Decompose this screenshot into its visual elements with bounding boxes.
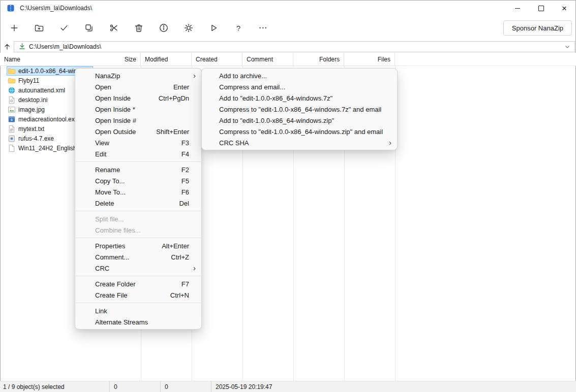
run-button[interactable] — [203, 19, 224, 37]
column-header-size[interactable]: Size — [104, 53, 141, 66]
menu-item-create-file[interactable]: Create FileCtrl+N — [75, 289, 201, 301]
menu-item-edit[interactable]: EditF4 — [75, 148, 201, 159]
menu-item-open-outside[interactable]: Open OutsideShift+Enter — [75, 126, 201, 137]
menu-separator — [76, 161, 201, 162]
info-button[interactable] — [154, 19, 174, 37]
menu-item-alternate-streams[interactable]: Alternate Streams — [75, 316, 201, 328]
column-header-files[interactable]: Files — [344, 53, 395, 66]
menu-item-delete[interactable]: DeleteDel — [75, 198, 201, 209]
menu-item-label: Add to "edit-1.0.0-x86_64-windows.7z" — [219, 94, 332, 102]
menu-item-open-inside[interactable]: Open Inside # — [75, 115, 201, 126]
file-name: image.jpg — [18, 106, 45, 113]
menu-shortcut: Shift+Enter — [156, 128, 189, 136]
menu-item-label: Comment... — [95, 253, 129, 261]
cut-button[interactable] — [104, 19, 124, 37]
menu-item-copy-to[interactable]: Copy To...F5 — [75, 175, 201, 186]
menu-item-open-inside[interactable]: Open InsideCtrl+PgDn — [75, 92, 201, 104]
menu-item-label: Rename — [95, 166, 120, 174]
add-button[interactable] — [4, 19, 24, 37]
file-name: rufus-4.7.exe — [18, 135, 54, 142]
menu-item-crc-sha[interactable]: CRC SHA› — [202, 137, 397, 148]
menu-item-label: Open — [95, 83, 111, 91]
column-header-modified[interactable]: Modified — [141, 53, 192, 66]
info-icon — [159, 23, 169, 33]
more-button[interactable]: ··· — [253, 19, 274, 37]
menu-item-combine-files: Combine files... — [75, 224, 201, 236]
menu-shortcut: Enter — [173, 83, 189, 91]
menu-item-add-to-edit-1-0-0-x86-64-windows-7z[interactable]: Add to "edit-1.0.0-x86_64-windows.7z" — [202, 92, 397, 104]
column-header-folders[interactable]: Folders — [293, 53, 344, 66]
menu-item-label: Open Outside — [95, 128, 136, 136]
menu-separator — [76, 276, 201, 276]
doc-file-icon — [8, 144, 16, 152]
menu-item-label: View — [95, 139, 109, 147]
xml-file-icon — [8, 86, 16, 94]
test-button[interactable] — [54, 19, 74, 37]
menu-shortcut: F2 — [181, 166, 189, 174]
menu-item-compress-to-edit-1-0-0-x86-64-windows-7z-and-email[interactable]: Compress to "edit-1.0.0-x86_64-windows.7… — [202, 104, 397, 115]
copy-icon — [84, 23, 94, 33]
menu-shortcut: F5 — [181, 177, 189, 185]
menu-item-label: Open Inside # — [95, 117, 136, 124]
app-icon — [7, 4, 15, 12]
minimize-icon — [515, 8, 520, 9]
menu-item-view[interactable]: ViewF3 — [75, 137, 201, 148]
help-button[interactable]: ? — [228, 19, 249, 37]
menu-item-label: Compress and email... — [219, 83, 285, 91]
menu-item-label: Open Inside * — [95, 106, 135, 113]
file-name: desktop.ini — [18, 96, 47, 104]
menu-item-label: CRC — [95, 265, 109, 272]
submenu-arrow-icon: › — [389, 138, 391, 147]
copy-button[interactable] — [79, 19, 99, 37]
menu-item-open[interactable]: OpenEnter — [75, 81, 201, 92]
address-bar: C:\Users\m_la\Downloads\ — [0, 40, 576, 53]
menu-item-label: Edit — [95, 150, 106, 158]
window-title: C:\Users\m_la\Downloads\ — [20, 5, 92, 12]
menu-item-add-to-edit-1-0-0-x86-64-windows-zip[interactable]: Add to "edit-1.0.0-x86_64-windows.zip" — [202, 115, 397, 126]
menu-item-create-folder[interactable]: Create FolderF7 — [75, 278, 201, 289]
sponsor-button[interactable]: Sponsor NanaZip — [503, 20, 572, 36]
column-header-name[interactable]: Name — [0, 53, 104, 66]
menu-item-move-to[interactable]: Move To...F6 — [75, 186, 201, 198]
chevron-down-icon[interactable] — [563, 43, 571, 51]
menu-item-label: Create File — [95, 291, 128, 299]
menu-item-link[interactable]: Link — [75, 305, 201, 316]
status-counter-2: 0 — [160, 381, 211, 392]
close-button[interactable]: × — [553, 0, 576, 16]
file-name: mytext.txt — [18, 125, 44, 133]
folder-icon — [8, 67, 16, 75]
maximize-button[interactable] — [529, 0, 553, 16]
path-field[interactable]: C:\Users\m_la\Downloads\ — [14, 41, 575, 52]
status-counter-1: 0 — [109, 381, 160, 392]
path-text: C:\Users\m_la\Downloads\ — [29, 43, 101, 50]
nanazip-submenu: Add to archive...Compress and email...Ad… — [201, 68, 398, 150]
menu-item-add-to-archive[interactable]: Add to archive... — [202, 70, 397, 81]
minimize-button[interactable] — [506, 0, 529, 16]
settings-button[interactable] — [178, 19, 199, 37]
app-file-icon — [8, 135, 16, 143]
column-header-created[interactable]: Created — [192, 53, 242, 66]
menu-separator — [76, 303, 201, 303]
delete-button[interactable] — [129, 19, 149, 37]
submenu-arrow-icon: › — [193, 264, 196, 272]
menu-item-crc[interactable]: CRC› — [75, 263, 201, 274]
menu-item-open-inside[interactable]: Open Inside * — [75, 104, 201, 115]
menu-item-nanazip[interactable]: NanaZip› — [75, 70, 201, 81]
menu-item-compress-and-email[interactable]: Compress and email... — [202, 81, 397, 92]
menu-shortcut: Del — [179, 200, 189, 207]
menu-item-properties[interactable]: PropertiesAlt+Enter — [75, 240, 201, 251]
menu-item-label: CRC SHA — [219, 139, 249, 147]
menu-item-label: Split file... — [95, 215, 124, 223]
menu-item-label: Properties — [95, 242, 125, 250]
menu-item-compress-to-edit-1-0-0-x86-64-windows-zip-and-email[interactable]: Compress to "edit-1.0.0-x86_64-windows.z… — [202, 126, 397, 137]
new-folder-button[interactable] — [29, 19, 49, 37]
menu-shortcut: F4 — [181, 150, 189, 158]
menu-item-rename[interactable]: RenameF2 — [75, 164, 201, 175]
menu-item-split-file: Split file... — [75, 213, 201, 224]
status-timestamp: 2025-05-19 20:19:47 — [211, 381, 576, 392]
menu-item-label: Add to "edit-1.0.0-x86_64-windows.zip" — [219, 117, 334, 124]
up-button[interactable] — [0, 41, 14, 53]
toolbar: ?··· Sponsor NanaZip — [0, 16, 576, 40]
column-header-comment[interactable]: Comment — [242, 53, 293, 66]
menu-item-comment[interactable]: Comment...Ctrl+Z — [75, 251, 201, 263]
